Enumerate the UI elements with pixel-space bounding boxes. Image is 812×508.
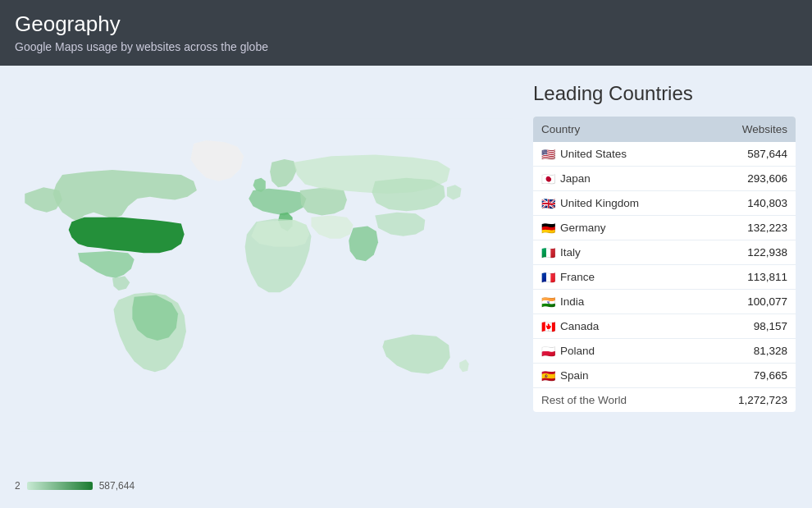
flag-icon: 🇮🇹: [541, 247, 555, 259]
table-row: 🇨🇦Canada98,157: [533, 314, 796, 339]
websites-count: 113,811: [700, 265, 796, 290]
table-row: 🇫🇷France113,811: [533, 265, 796, 290]
country-name: Spain: [560, 369, 589, 382]
country-name: United States: [560, 148, 627, 160]
table-header-row: Country Websites: [533, 117, 796, 142]
legend-max: 587,644: [99, 480, 135, 492]
map-area: 2 587,644: [0, 66, 525, 508]
country-cell: 🇮🇳India: [533, 290, 700, 314]
websites-count: 79,665: [700, 364, 796, 388]
country-name: United Kingdom: [560, 197, 639, 209]
main-content: 2 587,644 Leading Countries Country Webs…: [0, 66, 812, 508]
table-row: 🇵🇱Poland81,328: [533, 339, 796, 364]
legend-min: 2: [15, 480, 21, 492]
flag-icon: 🇩🇪: [541, 222, 555, 234]
country-cell: 🇩🇪Germany: [533, 216, 700, 240]
flag-icon: 🇺🇸: [541, 149, 555, 160]
country-cell: 🇬🇧United Kingdom: [533, 191, 700, 216]
table-row: Rest of the World1,272,723: [533, 388, 796, 413]
flag-icon: 🇯🇵: [541, 173, 555, 185]
websites-count: 98,157: [700, 314, 796, 339]
country-name: India: [560, 295, 584, 308]
flag-icon: 🇫🇷: [541, 272, 555, 283]
websites-count: 293,606: [700, 167, 796, 191]
world-map: [12, 103, 513, 447]
country-name: Poland: [560, 345, 595, 357]
country-cell: 🇯🇵Japan: [533, 167, 700, 191]
websites-count: 587,644: [700, 142, 796, 167]
table-row: 🇪🇸Spain79,665: [533, 364, 796, 388]
country-cell: 🇪🇸Spain: [533, 364, 700, 388]
page-title: Geography: [15, 11, 797, 37]
flag-icon: 🇮🇳: [541, 296, 555, 308]
table-row: 🇮🇹Italy122,938: [533, 240, 796, 265]
websites-count: 132,223: [700, 216, 796, 240]
websites-count: 81,328: [700, 339, 796, 364]
table-row: 🇯🇵Japan293,606: [533, 167, 796, 191]
country-cell: 🇫🇷France: [533, 265, 700, 290]
country-cell: 🇨🇦Canada: [533, 314, 700, 339]
table-area: Leading Countries Country Websites 🇺🇸Uni…: [525, 66, 812, 508]
table-title: Leading Countries: [533, 82, 796, 105]
flag-icon: 🇨🇦: [541, 321, 555, 332]
country-name: Canada: [560, 320, 599, 332]
country-name: Japan: [560, 172, 591, 185]
countries-table: Country Websites 🇺🇸United States587,644🇯…: [533, 117, 796, 412]
page-header: Geography Google Maps usage by websites …: [0, 0, 812, 66]
col-header-websites: Websites: [700, 117, 796, 142]
country-cell: Rest of the World: [533, 388, 700, 413]
country-cell: 🇵🇱Poland: [533, 339, 700, 364]
country-cell: 🇮🇹Italy: [533, 240, 700, 265]
websites-count: 100,077: [700, 290, 796, 314]
table-row: 🇬🇧United Kingdom140,803: [533, 191, 796, 216]
flag-icon: 🇵🇱: [541, 346, 555, 357]
map-legend: 2 587,644: [15, 480, 135, 492]
websites-count: 1,272,723: [700, 388, 796, 413]
country-name: Italy: [560, 246, 581, 259]
table-row: 🇩🇪Germany132,223: [533, 216, 796, 240]
table-row: 🇺🇸United States587,644: [533, 142, 796, 167]
page-subtitle: Google Maps usage by websites across the…: [15, 40, 797, 53]
country-name: Germany: [560, 222, 606, 234]
websites-count: 122,938: [700, 240, 796, 265]
flag-icon: 🇬🇧: [541, 198, 555, 209]
country-cell: 🇺🇸United States: [533, 142, 700, 167]
col-header-country: Country: [533, 117, 700, 142]
country-name: France: [560, 271, 595, 283]
websites-count: 140,803: [700, 191, 796, 216]
flag-icon: 🇪🇸: [541, 370, 555, 382]
legend-bar: [27, 482, 93, 490]
table-row: 🇮🇳India100,077: [533, 290, 796, 314]
